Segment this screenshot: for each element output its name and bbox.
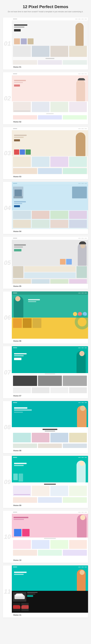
demo-screen-06 xyxy=(12,292,88,339)
demo-screen-09 xyxy=(12,456,88,503)
demo-number-04: 04 xyxy=(4,205,11,211)
demo-number-col-05: 05 xyxy=(3,237,12,289)
demo-number-col-11: 11 xyxy=(3,566,12,618)
demo-label-08: Home 08 xyxy=(12,448,88,453)
demo-number-06: 06 xyxy=(4,314,11,321)
demo-item-01[interactable]: 01 xyxy=(3,18,88,70)
page-header: 12 Pixel Perfect Demos Do not have time … xyxy=(3,4,88,13)
demo-item-11[interactable]: 11 xyxy=(3,566,88,618)
demo-number-col-09: 09 xyxy=(3,456,12,508)
demo-label-09: Home 09 xyxy=(12,503,88,508)
demo-screen-col-01: Home 01 xyxy=(12,18,88,70)
demo-screen-04 xyxy=(12,182,88,229)
page-title: 12 Pixel Perfect Demos xyxy=(3,4,88,9)
demo-label-11: Home 11 xyxy=(12,613,88,618)
demo-number-col-07: 07 xyxy=(3,346,12,398)
demo-number-02: 02 xyxy=(4,95,11,102)
demo-screen-11 xyxy=(12,566,88,613)
demo-item-04[interactable]: 04 xyxy=(3,182,88,234)
demo-screen-01 xyxy=(12,18,88,65)
demo-label-05: Home 05 xyxy=(12,284,88,289)
demo-screen-col-09: Home 09 xyxy=(12,456,88,508)
demo-screen-05 xyxy=(12,237,88,284)
demo-number-03: 03 xyxy=(4,150,11,156)
demo-number-10: 10 xyxy=(4,534,11,540)
demo-label-07: Home 07 xyxy=(12,394,88,398)
demo-screen-10 xyxy=(12,510,88,558)
demo-label-04: Home 04 xyxy=(12,229,88,234)
demo-item-05[interactable]: 05 xyxy=(3,237,88,289)
demo-screen-col-11: Home 11 xyxy=(12,566,88,618)
demo-item-02[interactable]: 02 xyxy=(3,72,88,124)
demo-number-col-03: 03 xyxy=(3,127,12,179)
demo-number-col-06: 06 xyxy=(3,292,12,344)
demo-screen-col-03: Home 03 xyxy=(12,127,88,179)
demo-screen-col-07: Home 07 xyxy=(12,346,88,398)
demo-number-col-08: 08 xyxy=(3,401,12,453)
demo-item-06[interactable]: 06 xyxy=(3,292,88,344)
demo-screen-08 xyxy=(12,401,88,448)
demo-item-08[interactable]: 08 xyxy=(3,401,88,453)
demo-number-08: 08 xyxy=(4,424,11,430)
demo-number-05: 05 xyxy=(4,260,11,266)
page-subtitle: Do not have time to start from scratch? … xyxy=(3,10,88,13)
demo-label-03: Home 03 xyxy=(12,174,88,179)
page-wrapper: 12 Pixel Perfect Demos Do not have time … xyxy=(0,0,91,625)
demo-number-col-02: 02 xyxy=(3,72,12,124)
demo-number-col-01: 01 xyxy=(3,18,12,70)
demo-number-11: 11 xyxy=(4,588,11,595)
demo-item-07[interactable]: 07 xyxy=(3,346,88,398)
demo-screen-col-06: Home 06 xyxy=(12,292,88,344)
demo-label-02: Home 02 xyxy=(12,120,88,124)
demo-number-07: 07 xyxy=(4,369,11,376)
demo-screen-col-08: Home 08 xyxy=(12,401,88,453)
demo-number-09: 09 xyxy=(4,479,11,485)
demo-item-09[interactable]: 09 xyxy=(3,456,88,508)
demo-number-col-10: 10 xyxy=(3,510,12,563)
demo-screen-02 xyxy=(12,72,88,120)
demo-screen-col-04: Home 04 xyxy=(12,182,88,234)
demo-screen-07 xyxy=(12,346,88,394)
demo-label-10: Home 10 xyxy=(12,558,88,563)
demo-screen-col-02: Home 02 xyxy=(12,72,88,124)
demo-item-03[interactable]: 03 xyxy=(3,127,88,179)
demo-number-col-04: 04 xyxy=(3,182,12,234)
demo-label-01: Home 01 xyxy=(12,65,88,70)
demo-number-01: 01 xyxy=(4,40,11,47)
demo-screen-col-05: Home 05 xyxy=(12,237,88,289)
demo-screen-col-10: Home 10 xyxy=(12,510,88,563)
demo-screen-03 xyxy=(12,127,88,174)
demo-item-10[interactable]: 10 xyxy=(3,510,88,563)
demo-label-06: Home 06 xyxy=(12,339,88,344)
